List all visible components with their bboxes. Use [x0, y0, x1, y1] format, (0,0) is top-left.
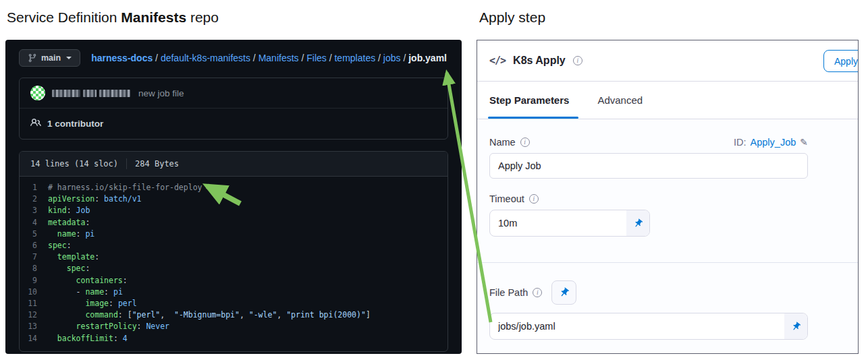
breadcrumb-segment-job.yaml: job.yaml [408, 53, 447, 63]
line-number[interactable]: 10 [20, 286, 48, 298]
code-line-text: kind: Job [48, 205, 90, 216]
code-line-text: image: perl [48, 298, 137, 309]
code-line-text: backoffLimit: 4 [48, 333, 128, 344]
info-icon[interactable]: i [573, 56, 582, 65]
line-number[interactable]: 9 [20, 275, 48, 286]
code-line: 13 restartPolicy: Never [20, 321, 447, 332]
github-file-panel: main harness-docs / default-k8s-manifest… [5, 40, 462, 354]
step-parameters-form: Name i ID: Apply_Job ✎ Timeout i [477, 119, 858, 354]
commit-message[interactable]: new job file [138, 88, 184, 98]
breadcrumb-segment-Files[interactable]: Files [306, 53, 327, 63]
breadcrumb-segment-harness-docs[interactable]: harness-docs [91, 53, 153, 63]
right-caption: Apply step [479, 9, 545, 26]
chevron-down-icon [66, 57, 72, 59]
code-line-text: apiVersion: batch/v1 [48, 193, 142, 205]
people-icon [30, 117, 41, 130]
left-caption-prefix: Service Definition [7, 9, 121, 25]
section-divider [477, 262, 858, 263]
line-number[interactable]: 6 [20, 240, 48, 251]
id-value-link[interactable]: Apply_Job [751, 137, 796, 148]
code-line: 7 template: [20, 251, 447, 263]
breadcrumb-segment-jobs[interactable]: jobs [383, 53, 401, 63]
breadcrumb-separator: / [250, 53, 259, 63]
left-caption: Service Definition Manifests repo [7, 9, 219, 26]
line-number[interactable]: 8 [20, 263, 48, 274]
info-icon[interactable]: i [520, 138, 530, 147]
info-icon[interactable]: i [533, 288, 542, 297]
filepath-label: File Path i [489, 287, 542, 298]
timeout-label-row: Timeout i [489, 193, 808, 204]
github-topbar: main harness-docs / default-k8s-manifest… [5, 40, 462, 76]
left-caption-suffix: repo [186, 9, 219, 25]
meta-divider [126, 158, 127, 169]
code-line: 9 containers: [20, 275, 447, 286]
breadcrumb: harness-docs / default-k8s-manifests / M… [91, 53, 447, 63]
breadcrumb-segment-Manifests[interactable]: Manifests [259, 53, 299, 63]
code-line: 2apiVersion: batch/v1 [20, 193, 447, 205]
line-number[interactable]: 3 [20, 205, 48, 216]
contributors-row[interactable]: 1 contributor [20, 108, 447, 139]
pin-icon[interactable] [784, 313, 807, 339]
info-icon[interactable]: i [529, 194, 539, 204]
code-line: 3kind: Job [20, 205, 447, 216]
code-line-text: spec: [48, 263, 90, 274]
step-header: </> K8s Apply i Apply [477, 40, 858, 82]
breadcrumb-separator: / [401, 53, 409, 63]
code-line-text: name: pi [48, 229, 94, 240]
line-number[interactable]: 7 [20, 251, 48, 263]
code-line-text: metadata: [48, 217, 90, 229]
line-number[interactable]: 14 [20, 333, 48, 344]
avatar[interactable] [30, 86, 45, 100]
timeout-input-group [489, 210, 650, 237]
filepath-input-group [489, 313, 808, 340]
file-content-box: 14 lines (14 sloc) 284 Bytes 1# harness.… [19, 151, 448, 352]
line-number[interactable]: 2 [20, 193, 48, 205]
commit-row: new job file [20, 78, 447, 108]
tab-advanced[interactable]: Advanced [597, 82, 643, 119]
line-number[interactable]: 1 [20, 182, 48, 193]
line-number[interactable]: 5 [20, 229, 48, 240]
filepath-input[interactable] [490, 313, 784, 339]
branch-selector[interactable]: main [19, 49, 80, 67]
code-line: 4metadata: [20, 217, 447, 229]
code-line-text: restartPolicy: Never [48, 321, 169, 332]
timeout-input[interactable] [490, 210, 626, 236]
code-line-text: template: [48, 251, 99, 263]
code-line-text: command: ["perl", "-Mbignum=bpi", "-wle"… [48, 309, 371, 321]
step-id: ID: Apply_Job ✎ [734, 137, 808, 148]
breadcrumb-segment-templates[interactable]: templates [334, 53, 375, 63]
k8s-apply-step-panel: </> K8s Apply i Apply Step ParametersAdv… [477, 40, 859, 354]
latest-commit-box: new job file 1 contributor [19, 78, 448, 140]
code-line: 1# harness.io/skip-file-for-deploy [20, 182, 447, 193]
screenshot-page: Service Definition Manifests repo Apply … [0, 0, 868, 362]
code-line-text: - name: pi [48, 286, 123, 298]
line-number[interactable]: 12 [20, 309, 48, 321]
name-label-row: Name i ID: Apply_Job ✎ [489, 137, 808, 148]
file-meta-bar: 14 lines (14 sloc) 284 Bytes [20, 152, 447, 177]
apply-button[interactable]: Apply [823, 50, 859, 72]
line-number[interactable]: 13 [20, 321, 48, 332]
code-line-text: containers: [48, 275, 128, 286]
breadcrumb-segment-default-k8s-manifests[interactable]: default-k8s-manifests [161, 53, 250, 63]
code-viewer[interactable]: 1# harness.io/skip-file-for-deploy2apiVe… [20, 177, 447, 351]
filepath-label-text: File Path [489, 287, 528, 298]
name-label: Name i [489, 137, 530, 148]
line-number[interactable]: 11 [20, 298, 48, 309]
git-branch-icon [28, 53, 37, 63]
name-input[interactable] [489, 153, 808, 179]
pin-icon[interactable] [626, 210, 649, 236]
line-number[interactable]: 4 [20, 217, 48, 229]
code-line: 5 name: pi [20, 229, 447, 240]
step-title: K8s Apply [513, 55, 566, 67]
tab-step-parameters[interactable]: Step Parameters [489, 82, 569, 119]
edit-pencil-icon[interactable]: ✎ [800, 137, 808, 148]
contributors-label: 1 contributor [47, 119, 103, 129]
code-line: 11 image: perl [20, 298, 447, 309]
breadcrumb-separator: / [153, 53, 161, 63]
filepath-label-row: File Path i [489, 280, 846, 305]
id-prefix: ID: [734, 137, 747, 148]
name-label-text: Name [489, 137, 516, 148]
branch-name: main [41, 53, 61, 63]
code-step-icon: </> [489, 55, 506, 67]
pin-toggle-button[interactable] [551, 280, 576, 305]
